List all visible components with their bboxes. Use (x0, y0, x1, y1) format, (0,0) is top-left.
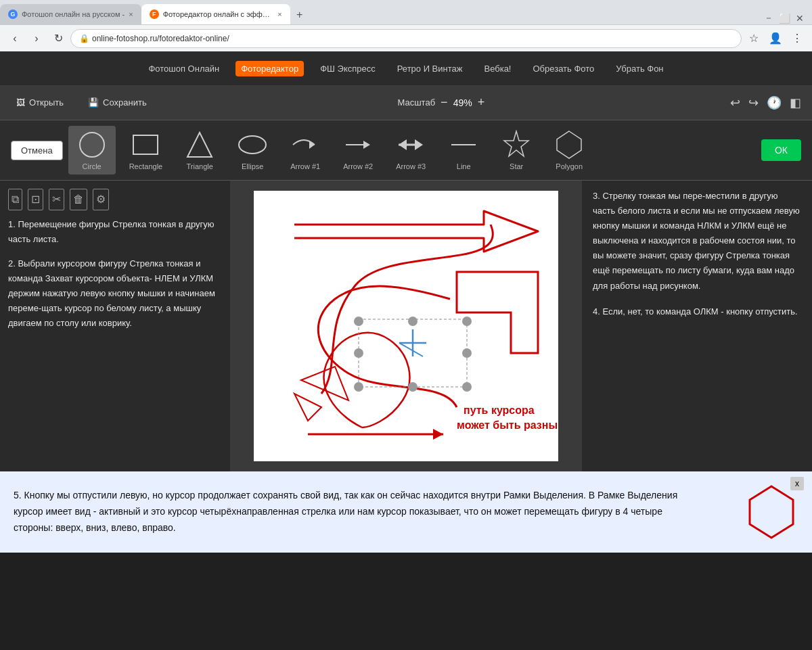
canvas[interactable]: путь курсора может быть разный (254, 191, 558, 461)
svg-marker-34 (750, 486, 793, 538)
tab-1-close[interactable]: × (129, 10, 133, 18)
nav-retro[interactable]: Ретро И Винтаж (392, 61, 468, 76)
zoom-out-button[interactable]: − (441, 95, 448, 110)
svg-point-27 (462, 382, 472, 392)
open-button[interactable]: 🖼 Открыть (11, 95, 69, 110)
shape-arrow2[interactable]: Arrow #2 (334, 126, 382, 175)
canvas-svg: путь курсора может быть разный (254, 191, 558, 461)
undo-button[interactable]: ↩ (730, 95, 740, 110)
nav-remove-bg[interactable]: Убрать Фон (610, 61, 669, 76)
bottom-polygon-shape (744, 485, 798, 542)
nav-fotoredaktor[interactable]: Фоторедактор (235, 61, 304, 76)
svg-marker-14 (433, 429, 443, 440)
rectangle-icon (131, 130, 160, 160)
maximize-btn[interactable]: ⬜ (779, 13, 790, 24)
open-icon: 🖼 (16, 97, 25, 108)
circle-icon (77, 130, 107, 160)
delete-icon[interactable]: 🗑 (70, 189, 87, 210)
svg-point-29 (408, 382, 418, 392)
right-panel: 3. Стрелку тонкая мы пере-местили в друг… (582, 181, 812, 471)
shape-polygon[interactable]: Polygon (545, 126, 593, 175)
shape-ellipse[interactable]: Ellipse (229, 126, 276, 175)
history-button[interactable]: 🕐 (767, 95, 782, 110)
nav-crop[interactable]: Обрезать Фото (527, 61, 600, 76)
nav-fotoshop-online[interactable]: Фотошоп Онлайн (143, 61, 225, 76)
shape-circle[interactable]: Circle (68, 126, 116, 175)
new-tab-button[interactable]: + (290, 5, 309, 24)
layers-button[interactable]: ◧ (790, 95, 801, 110)
cancel-button[interactable]: Отмена (11, 141, 63, 160)
canvas-area[interactable]: путь курсора может быть разный (230, 181, 582, 471)
tab-bar: G Фотошоп онлайн на русском - × F Фоторе… (0, 0, 812, 24)
svg-marker-11 (504, 131, 528, 156)
scale-label: Масштаб (397, 97, 435, 108)
toolbar: 🖼 Открыть 💾 Сохранить Масштаб − 49% + ↩ … (0, 85, 812, 120)
polygon-icon (554, 130, 584, 160)
left-toolbar: ⧉ ⊡ ✂ 🗑 ⚙ (8, 189, 222, 210)
tab-1-title: Фотошоп онлайн на русском - (22, 10, 125, 18)
left-text: 1. Перемещение фигуры Стрелка тонкая в д… (8, 217, 222, 331)
right-text-p4: 4. Если, нет, то команда ОЛКМ - кнопку о… (593, 304, 801, 319)
svg-marker-9 (399, 139, 407, 150)
address-text: online-fotoshop.ru/fotoredaktor-online/ (92, 34, 229, 43)
tab-2[interactable]: F Фоторедактор онлайн с эффект... × (141, 4, 290, 24)
arrow1-icon (290, 130, 320, 160)
site-header: Фотошоп Онлайн Фоторедактор ФШ Экспресс … (0, 51, 812, 85)
svg-marker-2 (187, 133, 212, 157)
tab-2-title: Фоторедактор онлайн с эффект... (163, 10, 274, 18)
save-button[interactable]: 💾 Сохранить (83, 95, 152, 110)
shape-triangle[interactable]: Triangle (176, 126, 223, 175)
svg-point-0 (80, 133, 104, 157)
shape-arrow1[interactable]: Arrow #1 (281, 126, 329, 175)
back-button[interactable]: ‹ (5, 29, 24, 48)
svg-marker-12 (557, 131, 581, 158)
reload-button[interactable]: ↻ (49, 29, 68, 48)
svg-point-24 (354, 317, 363, 326)
tab-1[interactable]: G Фотошоп онлайн на русском - × (0, 4, 141, 24)
nav-webcam[interactable]: Вебка! (478, 61, 516, 76)
redo-button[interactable]: ↪ (748, 95, 759, 110)
selection-icon[interactable]: ⊡ (28, 189, 43, 210)
menu-button[interactable]: ⋮ (788, 29, 807, 48)
bookmark-button[interactable]: ☆ (744, 29, 763, 48)
shape-arrow3[interactable]: Arrow #3 (387, 126, 434, 175)
ok-button[interactable]: ОК (761, 139, 801, 161)
shape-rectangle[interactable]: Rectangle (121, 126, 171, 175)
arrow2-icon (343, 130, 373, 160)
svg-rect-1 (133, 135, 158, 154)
shape-star[interactable]: Star (493, 126, 540, 175)
triangle-icon (185, 130, 215, 160)
tab-2-close[interactable]: × (277, 10, 281, 18)
scale-value: 49% (453, 97, 472, 108)
svg-point-26 (354, 382, 363, 392)
minimize-btn[interactable]: － (764, 12, 773, 24)
crop-icon[interactable]: ✂ (49, 189, 64, 210)
address-bar[interactable]: 🔒 online-fotoshop.ru/fotoredaktor-online… (70, 29, 742, 48)
close-btn[interactable]: ✕ (796, 13, 804, 24)
svg-point-28 (408, 317, 418, 326)
duplicate-icon[interactable]: ⧉ (8, 189, 22, 210)
main-content: ⧉ ⊡ ✂ 🗑 ⚙ 1. Перемещение фигуры Стрелка … (0, 181, 812, 471)
svg-point-3 (239, 136, 266, 154)
svg-point-25 (462, 317, 472, 326)
polygon-decoration-icon (744, 485, 798, 539)
shape-line[interactable]: Line (440, 126, 487, 175)
settings-icon[interactable]: ⚙ (93, 189, 109, 210)
tab-1-favicon: G (8, 9, 18, 19)
tab-2-favicon: F (150, 9, 159, 19)
bottom-bar: 5. Кнопку мы отпустили левую, но курсор … (0, 471, 812, 553)
left-text-p2: 2. Выбрали курсором фигуру Стрелка тонка… (8, 256, 222, 331)
nav-fsh-express[interactable]: ФШ Экспресс (315, 61, 381, 76)
svg-point-31 (462, 348, 472, 358)
zoom-in-button[interactable]: + (478, 95, 485, 110)
forward-button[interactable]: › (27, 29, 46, 48)
left-panel: ⧉ ⊡ ✂ 🗑 ⚙ 1. Перемещение фигуры Стрелка … (0, 181, 230, 471)
profile-button[interactable]: 👤 (766, 29, 785, 48)
ellipse-icon (238, 130, 267, 160)
toolbar-right: ↩ ↪ 🕐 ◧ (730, 95, 801, 110)
save-icon: 💾 (88, 97, 99, 108)
svg-text:может быть разный: может быть разный (457, 419, 558, 431)
shape-selector: Отмена Circle Rectangle Triangle Ellipse… (0, 120, 812, 181)
svg-point-30 (354, 348, 363, 358)
left-text-p1: 1. Перемещение фигуры Стрелка тонкая в д… (8, 217, 222, 247)
